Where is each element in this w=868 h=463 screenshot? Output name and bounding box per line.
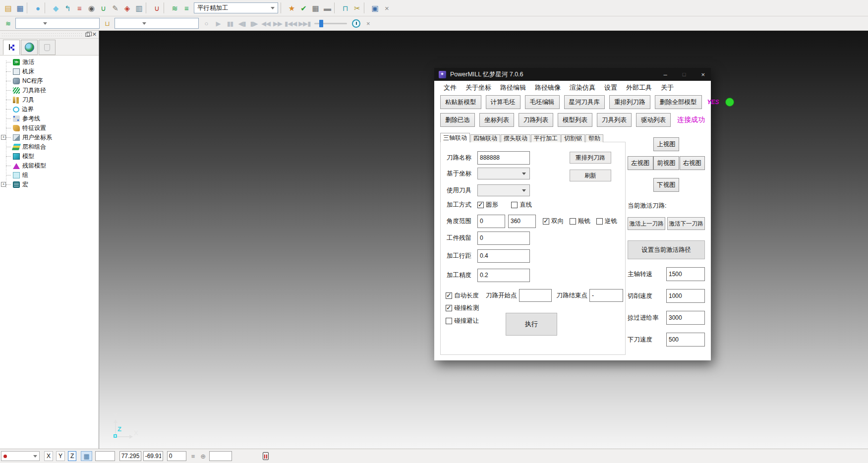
- expand-icon[interactable]: [1, 135, 6, 140]
- mount-tool-icon[interactable]: ⊓: [339, 1, 351, 14]
- activate-prev-toolpath-button[interactable]: 激活上一刀路: [628, 217, 665, 230]
- tree-item-stock-models[interactable]: 残留模型: [0, 161, 99, 171]
- toolbar-separator[interactable]: [27, 2, 31, 13]
- toolpath-name-input[interactable]: [477, 151, 530, 165]
- view-left-button[interactable]: 左视图: [628, 156, 653, 170]
- checkbox[interactable]: [477, 202, 484, 208]
- paste-new-model-button[interactable]: 粘贴新模型: [440, 95, 481, 109]
- ruler-icon[interactable]: ▬: [321, 1, 333, 14]
- collision-avoid-checkbox[interactable]: 碰撞避让: [446, 317, 479, 325]
- menu-path-mirror[interactable]: 路径镜像: [530, 83, 565, 92]
- play-icon[interactable]: ▶: [212, 17, 224, 30]
- feeds-speeds-icon[interactable]: ∪: [151, 1, 163, 14]
- bidirectional-checkbox[interactable]: 双向: [543, 217, 564, 226]
- coordinate-list-button[interactable]: 坐标列表: [479, 113, 514, 127]
- shaded-render-icon[interactable]: ●: [32, 1, 44, 14]
- tree-item-toolpaths[interactable]: 刀具路径: [0, 86, 99, 95]
- checkbox[interactable]: [596, 218, 603, 225]
- tool-select-combobox[interactable]: [115, 18, 199, 29]
- linear-checkbox[interactable]: 直线: [511, 201, 532, 209]
- refresh-button[interactable]: 刷新: [570, 170, 611, 181]
- rearrange-toolpaths-button[interactable]: 重排列刀路: [570, 152, 611, 164]
- collision-detect-checkbox[interactable]: 碰撞检测: [446, 304, 479, 312]
- draw-measure-icon[interactable]: ✎: [109, 1, 121, 14]
- close-button[interactable]: ×: [701, 71, 705, 78]
- step-forward-icon[interactable]: ▮▶: [248, 17, 260, 30]
- axis-swap-icon[interactable]: ✂: [351, 1, 363, 14]
- tolerance-field[interactable]: [209, 451, 232, 461]
- checkbox[interactable]: [446, 292, 452, 299]
- close-panel-icon[interactable]: ✕: [92, 32, 97, 37]
- save-project-icon[interactable]: ▦: [14, 1, 26, 14]
- point-distribution-icon[interactable]: ◈: [121, 1, 133, 14]
- coordinate-list-icon[interactable]: ≡: [191, 453, 195, 460]
- climb-mill-checkbox[interactable]: 顺铣: [570, 217, 590, 226]
- menu-file[interactable]: 文件: [439, 83, 461, 92]
- pause-device-icon[interactable]: [263, 452, 269, 460]
- angle-from-input[interactable]: [477, 215, 505, 228]
- tool-list-button[interactable]: 刀具列表: [597, 113, 632, 127]
- toolpath-icon[interactable]: ≋: [2, 17, 14, 30]
- coordinate-x-field[interactable]: [119, 451, 141, 461]
- menu-external-tools[interactable]: 外部工具: [622, 83, 656, 92]
- menu-about-coords[interactable]: 关于坐标: [461, 83, 496, 92]
- checkbox[interactable]: [446, 318, 452, 324]
- close-toolbar-icon[interactable]: ×: [381, 1, 393, 14]
- menu-path-edit[interactable]: 路径编辑: [496, 83, 530, 92]
- dialog-titlebar[interactable]: PowerMILL 忆梦星河 7.0.6 – □ ×: [434, 68, 711, 81]
- tree-item-reference-lines[interactable]: 参考线: [0, 114, 99, 123]
- execute-button[interactable]: 执行: [506, 313, 557, 336]
- plunge-feed-field[interactable]: [666, 333, 705, 347]
- block-icon[interactable]: ◆: [50, 1, 61, 14]
- tab-3axis[interactable]: 三轴联动: [440, 133, 470, 142]
- simulate-toolpath-icon[interactable]: ★: [286, 1, 297, 14]
- calculator-icon[interactable]: ▦: [309, 1, 321, 14]
- checkbox[interactable]: [446, 305, 452, 311]
- tab-explorer-tree[interactable]: [3, 40, 20, 55]
- menu-about[interactable]: 关于: [656, 83, 678, 92]
- tree-item-tools[interactable]: 刀具: [0, 95, 99, 105]
- spindle-speed-field[interactable]: [666, 267, 705, 281]
- ball-tool-icon[interactable]: ◉: [85, 1, 97, 14]
- tree-item-activate[interactable]: 激活: [0, 58, 99, 67]
- slider-handle[interactable]: [319, 20, 323, 27]
- tree-item-macros[interactable]: 宏: [0, 180, 99, 189]
- search-back-icon[interactable]: ◀◀: [260, 17, 272, 30]
- stepover-input[interactable]: [477, 249, 530, 263]
- checkbox[interactable]: [570, 218, 576, 225]
- conventional-mill-checkbox[interactable]: 逆铣: [596, 217, 617, 226]
- stock-edit-button[interactable]: 毛坯编辑: [525, 95, 560, 109]
- search-forward-icon[interactable]: ▶▶: [272, 17, 284, 30]
- tree-item-machine[interactable]: 机床: [0, 67, 99, 76]
- end-point-input[interactable]: [589, 289, 623, 302]
- tree-item-levels-sets[interactable]: 层和组合: [0, 142, 99, 152]
- compare-models-icon[interactable]: ▣: [369, 1, 381, 14]
- toolbar-separator[interactable]: [45, 2, 49, 13]
- toolbar-separator[interactable]: [364, 2, 368, 13]
- verify-toolpath-icon[interactable]: ✔: [297, 1, 309, 14]
- minimize-button[interactable]: –: [664, 71, 667, 78]
- base-coord-select[interactable]: [477, 168, 530, 179]
- tab-swivel-head[interactable]: 摆头联动: [501, 134, 530, 142]
- tab-recycle-bin[interactable]: [39, 40, 56, 55]
- toolbar-separator[interactable]: [146, 2, 150, 13]
- cutting-feed-field[interactable]: [666, 289, 705, 303]
- strategy-list-icon[interactable]: ≡: [180, 1, 192, 14]
- step-back-icon[interactable]: ◀▮: [236, 17, 248, 30]
- rearrange-toolpaths-button[interactable]: 重排列刀路: [609, 95, 650, 109]
- drive-list-button[interactable]: 驱动列表: [636, 113, 671, 127]
- use-tool-select[interactable]: [477, 184, 530, 196]
- toolpath-select-combobox[interactable]: [15, 18, 100, 29]
- tab-help[interactable]: 帮助: [585, 134, 603, 142]
- circular-checkbox[interactable]: 圆形: [477, 201, 498, 209]
- tree-item-groups[interactable]: 组: [0, 171, 99, 180]
- menu-settings[interactable]: 设置: [600, 83, 622, 92]
- stock-remain-input[interactable]: [477, 232, 530, 245]
- expand-icon[interactable]: [1, 182, 6, 187]
- auto-length-checkbox[interactable]: 自动长度: [446, 291, 479, 300]
- grid-snap-button[interactable]: ▦: [81, 451, 92, 461]
- set-active-path-button[interactable]: 设置当前激活路径: [628, 240, 705, 259]
- tab-simulation-view[interactable]: [21, 40, 38, 55]
- lightbulb-icon[interactable]: ○: [200, 17, 212, 30]
- toolpath-list-button[interactable]: 刀路列表: [519, 113, 553, 127]
